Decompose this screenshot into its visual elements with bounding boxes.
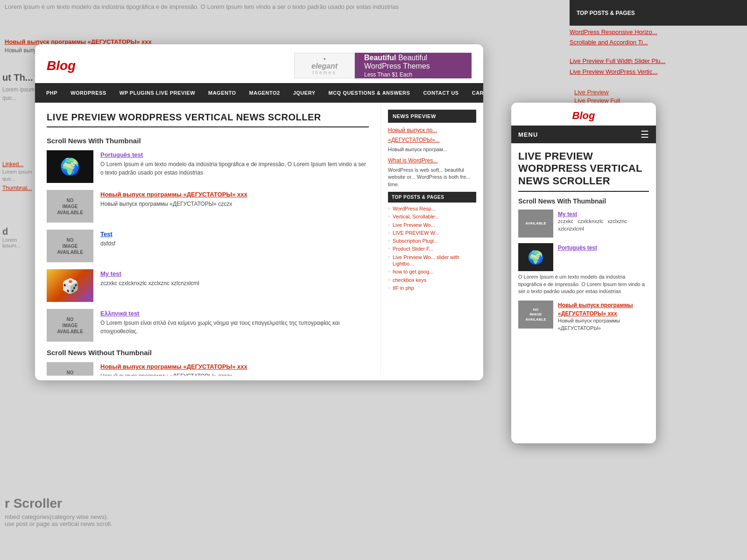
dice-icon: 🎲 <box>62 278 79 294</box>
mobile-news-top-3: NOIMAGEAVAILABLE Новый выпуск программы … <box>518 301 649 332</box>
sidebar-post-link-2[interactable]: Live Preview Wo... <box>388 222 476 228</box>
mobile-nav: MENU ☰ <box>511 126 656 143</box>
bg-bottom-text2: use post or page as vertical news scroll… <box>5 520 275 527</box>
sidebar-post-link-0[interactable]: WordPress Resp... <box>388 205 476 212</box>
news-content-6: Новый выпуск программы «ДЕГУСТАТОРЫ» xxx… <box>100 362 369 376</box>
mobile-news-content-2: Português test <box>558 243 597 271</box>
news-text-5: O Lorem Ipsum είναι απλά ένα κείμενο χωρ… <box>100 319 369 336</box>
mobile-earth-icon: 🌍 <box>528 250 544 265</box>
mobile-section1-title: Scroll News With Thumbnail <box>518 197 649 205</box>
window-header: Blog ✦ elegant themes Beautiful Beautifu… <box>35 44 483 83</box>
nav-item-cart[interactable]: CART <box>465 83 483 103</box>
news-link-2[interactable]: Новый выпуск программы «ДЕГУСТАТОРЫ» xxx <box>100 191 247 198</box>
bg-topbar-text: TOP POSTS & PAGES <box>577 10 635 16</box>
news-thumb-5: NOIMAGEAVAILABLE <box>47 309 93 342</box>
mobile-thumb-noimg-1: AVAILABLE <box>518 210 553 238</box>
news-link-4[interactable]: My test <box>100 270 121 277</box>
mobile-news-link-3[interactable]: Новый выпуск программы «ДЕГУСТАТОРЫ» xxx <box>558 302 633 317</box>
sidebar-post-link-9[interactable]: IIF in php <box>388 285 476 291</box>
bg-right-links: WordPress Responsive Horizo... Scrollabl… <box>570 28 742 78</box>
bg-left-mid-text: Lorem ipsum... <box>2 237 33 248</box>
news-item-6: NOIMAGEAVAILABLE Новый выпуск программы … <box>47 362 369 376</box>
bg-bottom-heading: r Scroller <box>5 496 275 511</box>
mobile-content: LIVE PREVIEW WORDPRESS VERTICAL NEWS SCR… <box>511 143 656 442</box>
news-thumb-3: NOIMAGEAVAILABLE <box>47 230 93 262</box>
mobile-thumb-noimg-3: NOIMAGEAVAILABLE <box>518 301 553 329</box>
news-content-3: Test dsfdsf <box>100 230 369 248</box>
elegant-text: elegant <box>311 63 338 70</box>
news-item-2: NOIMAGEAVAILABLE Новый выпуск программы … <box>47 190 369 223</box>
mobile-page-title: LIVE PREVIEW WORDPRESS VERTICAL NEWS SCR… <box>518 150 649 187</box>
news-text-1: O Lorem Ipsum é um texto modelo da indús… <box>100 160 369 177</box>
bg-right-link-2[interactable]: Scrollable and Accordion Ti... <box>570 38 742 47</box>
mobile-blog-title: Blog <box>518 110 649 122</box>
nav-item-magento2[interactable]: MAGENTO2 <box>243 83 287 103</box>
section1-title: Scroll News With Thumbnail <box>47 137 369 145</box>
news-thumb-2: NOIMAGEAVAILABLE <box>47 190 93 223</box>
nav-item-mcq[interactable]: MCQ QUESTIONS & ANSWERS <box>322 83 417 103</box>
news-link-6[interactable]: Новый выпуск программы «ДЕГУСТАТОРЫ» xxx <box>100 363 247 370</box>
sidebar-wordpress-text: WordPress is web soft... beautiful websi… <box>388 167 476 188</box>
elegant-subtext: themes <box>311 70 338 75</box>
news-link-3[interactable]: Test <box>100 231 113 238</box>
nav-item-wordpress[interactable]: WORDPRESS <box>64 83 113 103</box>
section2-title: Scroll News Without Thumbnail <box>47 349 369 357</box>
top-posts-label: TOP POSTS & PAGES <box>388 192 476 203</box>
bg-left-partial: ut Th... Lorem ipsum quo... <box>0 70 37 105</box>
sidebar-news-link-1[interactable]: Новый выпуск пр... <box>388 126 476 134</box>
mobile-news-link-2[interactable]: Português test <box>558 245 597 251</box>
elegant-star: ✦ <box>311 56 338 62</box>
bg-right-link-3[interactable]: Live Preview Full Width Slider Plu... <box>570 57 742 65</box>
mobile-browser-window: Blog MENU ☰ LIVE PREVIEW WORDPRESS VERTI… <box>511 103 656 443</box>
banner-purple: Beautiful Beautiful WordPress Themes Les… <box>355 53 472 78</box>
news-link-1[interactable]: Português test <box>100 151 143 158</box>
bg-ll-2[interactable]: Thumbnai... <box>2 185 33 191</box>
bg-right-link-1[interactable]: WordPress Responsive Horizo... <box>570 28 742 36</box>
title-divider <box>47 126 369 127</box>
mobile-news-item-3: NOIMAGEAVAILABLE Новый выпуск программы … <box>518 301 649 332</box>
mobile-news-item-2: 🌍 Português test O Lorem Ipsum é um text… <box>518 243 649 295</box>
nav-item-php[interactable]: PHP <box>40 83 64 103</box>
news-preview-label: NEWS PREVIEW <box>388 110 476 123</box>
sidebar-news-link-2[interactable]: «ДЕГУСТАТОРЫ»... <box>388 136 476 144</box>
bg-left-red-links: Linked... Lorem ipsum quo... Thumbnai... <box>0 159 35 194</box>
bg-ll-1[interactable]: Linked... <box>2 161 33 168</box>
sidebar-post-link-4[interactable]: Subscription Plugi... <box>388 238 476 244</box>
news-thumb-6: NOIMAGEAVAILABLE <box>47 362 93 376</box>
mobile-news-link-1[interactable]: My test <box>558 211 577 217</box>
bg-left-heading: ut Th... <box>2 72 35 83</box>
sidebar-what-wordpress[interactable]: What is WordPres... <box>388 157 476 165</box>
sidebar-post-link-8[interactable]: checkbox keys <box>388 277 476 283</box>
news-text-2: Новый выпуск программы «ДЕГУСТАТОРЫ» czc… <box>100 200 369 208</box>
sidebar-post-link-3[interactable]: LIVE PREVIEW W... <box>388 230 476 236</box>
nav-item-jquery[interactable]: JQUERY <box>287 83 322 103</box>
bg-rs-link-live-preview[interactable]: Live Preview <box>574 89 742 96</box>
nav-item-wpplugins[interactable]: WP PLUGINS LIVE PREVIEW <box>113 83 202 103</box>
mobile-news-text-3: Новый выпуск программы «ДЕГУСТАТОРЫ» <box>558 317 649 332</box>
bg-text-top: Lorem ipsum é um texto modelo da indústr… <box>0 0 420 14</box>
nav-item-magento[interactable]: MAGENTO <box>202 83 243 103</box>
content-right-sidebar: NEWS PREVIEW Новый выпуск пр... «ДЕГУСТА… <box>381 103 483 376</box>
bg-right-link-4[interactable]: Live Preview WordPress Vertic... <box>570 68 742 76</box>
nav-bar: PHP WORDPRESS WP PLUGINS LIVE PREVIEW MA… <box>35 83 483 103</box>
sidebar-post-link-5[interactable]: Product Slider F... <box>388 245 476 252</box>
bg-left-mid: d Lorem ipsum... <box>0 224 35 251</box>
banner-purple-main: Beautiful Beautiful WordPress Themes <box>364 54 462 70</box>
mobile-news-content-3: Новый выпуск программы «ДЕГУСТАТОРЫ» xxx… <box>558 301 649 332</box>
news-item-5: NOIMAGEAVAILABLE Ελληνικά test O Lorem I… <box>47 309 369 342</box>
bg-ll-text: Lorem ipsum quo... <box>2 168 33 183</box>
bg-dark-topbar: TOP POSTS & PAGES <box>570 0 747 26</box>
hamburger-icon[interactable]: ☰ <box>641 129 649 140</box>
bg-bottom-text1: mbed categories(category wise news). <box>5 513 275 520</box>
nav-item-contact[interactable]: CONTACT US <box>416 83 465 103</box>
sidebar-post-link-6[interactable]: Live Preview Wo... slider with Lightbo..… <box>388 254 476 267</box>
news-item-1: 🌍 Português test O Lorem Ipsum é um text… <box>47 150 369 183</box>
banner-purple-sub: Less Than $1 Each <box>364 71 462 78</box>
news-content-4: My test zczxkc czxlcknxzlc xzclxznc xzlc… <box>100 269 369 287</box>
elegant-logo-content: ✦ elegant themes <box>311 56 338 75</box>
news-thumb-1: 🌍 <box>47 150 93 183</box>
sidebar-post-link-1[interactable]: Vertical, Scrollable... <box>388 213 476 220</box>
mobile-news-top-2: 🌍 Português test <box>518 243 649 271</box>
sidebar-post-link-7[interactable]: how to get goog... <box>388 268 476 275</box>
news-link-5[interactable]: Ελληνικά test <box>100 310 139 317</box>
